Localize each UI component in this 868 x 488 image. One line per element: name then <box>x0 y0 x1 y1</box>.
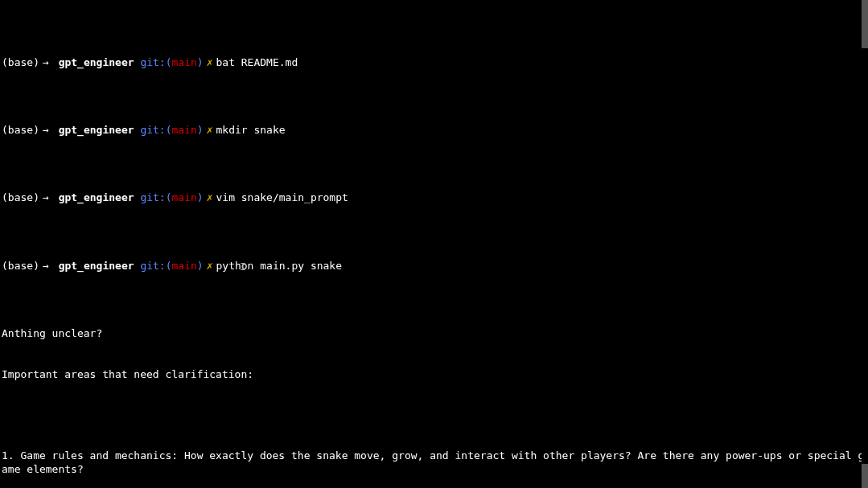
git-prefix: git:( <box>140 260 171 273</box>
git-prefix: git:( <box>140 56 171 70</box>
prompt-line: (base) → gpt_engineer git:(main) ✗ mkdir… <box>2 124 866 137</box>
git-prefix: git:( <box>140 124 171 137</box>
output-text: Anthing unclear? <box>2 327 866 341</box>
env-label: (base) <box>2 191 39 205</box>
scrollbar-track[interactable] <box>862 0 868 488</box>
command-text: vim snake/main_prompt <box>216 191 348 205</box>
git-dirty-icon: ✗ <box>207 260 213 273</box>
scrollbar-thumb[interactable] <box>862 464 868 488</box>
arrow-icon: → <box>43 260 49 273</box>
git-prefix: git:( <box>140 191 171 205</box>
command-text: python main.py snake <box>216 260 342 273</box>
prompt-line: (base) → gpt_engineer git:(main) ✗ bat R… <box>2 56 866 70</box>
git-suffix: ) <box>197 260 204 273</box>
scrollbar-thumb[interactable] <box>862 0 868 48</box>
arrow-icon: → <box>43 56 49 70</box>
git-branch: main <box>172 260 197 273</box>
blank-line <box>2 409 866 423</box>
env-label: (base) <box>2 260 39 273</box>
git-dirty-icon: ✗ <box>207 191 213 205</box>
cwd-label: gpt_engineer <box>59 124 134 137</box>
git-branch: main <box>172 56 197 70</box>
prompt-line: (base) → gpt_engineer git:(main) ✗ vim s… <box>2 191 866 205</box>
git-suffix: ) <box>197 191 204 205</box>
git-suffix: ) <box>197 56 204 70</box>
terminal[interactable]: (base) → gpt_engineer git:(main) ✗ bat R… <box>2 2 866 488</box>
cwd-label: gpt_engineer <box>59 191 134 205</box>
command-text: bat README.md <box>216 56 298 70</box>
output-text: 1. Game rules and mechanics: How exactly… <box>2 449 866 477</box>
cwd-label: gpt_engineer <box>59 56 134 70</box>
git-suffix: ) <box>197 124 204 137</box>
env-label: (base) <box>2 56 39 70</box>
git-dirty-icon: ✗ <box>207 124 213 137</box>
cwd-label: gpt_engineer <box>59 260 134 273</box>
output-text: Important areas that need clarification: <box>2 368 866 382</box>
env-label: (base) <box>2 124 39 137</box>
git-dirty-icon: ✗ <box>207 56 213 70</box>
git-branch: main <box>172 191 197 205</box>
arrow-icon: → <box>43 191 49 205</box>
arrow-icon: → <box>43 124 49 137</box>
git-branch: main <box>172 124 197 137</box>
prompt-line: (base) → gpt_engineer git:(main) ✗ pytho… <box>2 260 866 273</box>
command-text: mkdir snake <box>216 124 285 137</box>
